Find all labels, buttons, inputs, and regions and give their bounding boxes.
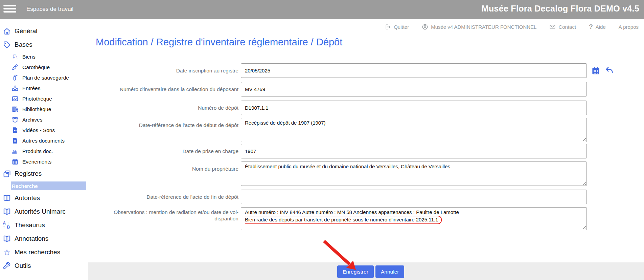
field-label-date-reference-fin-depot: Date-référence de l'acte de fin de dépôt (88, 190, 238, 200)
sidebar-item-produits-doc[interactable]: Produits doc. (0, 146, 87, 156)
produits-icon (12, 148, 19, 155)
thesaurus-icon: A↓↑B (3, 221, 11, 230)
field-label-nom-proprietaire: Nom du propriétaire (88, 161, 238, 172)
textarea-line: Bien radié des dépôts par transfert de p… (245, 216, 583, 224)
sidebar-item-thesaurus[interactable]: A↓↑BThesaurus (0, 218, 87, 232)
textarea-line: Autre numéro : INV 8446 Autre numéro : M… (245, 209, 583, 216)
textarea-line: Récépissé de dépôt de 1907 (1907) (245, 120, 583, 126)
sidebar-item-archives[interactable]: Archives (0, 114, 87, 125)
sidebar-item-outils[interactable]: Outils (0, 259, 87, 273)
field-date-reference-debut-depot[interactable]: Récépissé de dépôt de 1907 (1907) (241, 118, 587, 142)
contact-link[interactable]: Contact (549, 24, 576, 30)
field-label-date-inscription-registre: Date inscription au registre (88, 63, 238, 74)
field-observations[interactable]: Autre numéro : INV 8446 Autre numéro : M… (241, 207, 587, 230)
workspace-label: Espaces de travail (26, 6, 73, 13)
sidebar-item-label: Recherche (12, 183, 38, 189)
sidebar-item-label: Autorités Unimarc (15, 208, 66, 215)
sidebar-item-plan-de-sauvegarde[interactable]: Plan de sauvegarde (0, 72, 87, 83)
tag-icon (3, 41, 11, 49)
quit-link[interactable]: Quitter (385, 24, 409, 30)
sidebar-item-autorites[interactable]: Autorités (0, 191, 87, 205)
extinguisher-icon (12, 74, 19, 81)
carrot-icon (12, 64, 19, 71)
hamburger-menu-icon[interactable] (3, 4, 16, 15)
undo-icon[interactable] (605, 66, 614, 75)
sidebar-item-label: Photothèque (22, 96, 52, 102)
field-date-inscription-registre[interactable] (241, 63, 587, 78)
registres-icon (3, 170, 11, 178)
sidebar-item-label: Autorités (15, 194, 40, 202)
sidebar-item-videos-sons[interactable]: Vidéos - Sons (0, 125, 87, 135)
field-date-prise-en-charge[interactable] (241, 144, 587, 158)
sidebar-item-general[interactable]: Général (0, 24, 87, 38)
wrench-icon (3, 262, 11, 270)
sidebar-item-label: Autres documents (22, 138, 65, 144)
field-label-numero-depot: Numéro de dépôt (88, 101, 238, 111)
current-user[interactable]: Musée v4 ADMINISTRATEUR FONCTIONNEL (422, 24, 536, 30)
user-icon (422, 24, 428, 30)
top-bar: Espaces de travail Musée Flora Decalog F… (0, 0, 644, 19)
sidebar-item-phototheque[interactable]: Photothèque (0, 93, 87, 104)
sidebar-item-bibliotheque[interactable]: Bibliothèque (0, 104, 87, 114)
field-numero-inventaire-deposant[interactable] (241, 82, 587, 96)
contact-label: Contact (558, 24, 576, 30)
sidebar-item-autres-documents[interactable]: Autres documents (0, 135, 87, 146)
page-title: Modification / Registre d'inventaire rég… (96, 37, 342, 48)
field-label-observations: Observations : mention de radiation et/o… (106, 207, 238, 222)
resize-grip-icon[interactable] (582, 225, 586, 229)
mail-icon (549, 24, 556, 30)
field-nom-proprietaire[interactable]: Établissement public du musée et du doma… (241, 161, 587, 186)
about-link[interactable]: A propos (619, 24, 639, 30)
home-icon (3, 27, 11, 36)
resize-grip-icon[interactable] (582, 181, 586, 185)
photo-icon (12, 95, 19, 102)
field-label-date-reference-debut-depot: Date-référence de l'acte de début de dép… (88, 118, 238, 128)
sidebar-item-recherche[interactable]: Recherche (11, 181, 86, 190)
sidebar-item-label: Outils (15, 262, 31, 270)
book-icon (3, 194, 11, 202)
star-icon: ☆ (3, 248, 11, 257)
sidebar-item-bases[interactable]: Bases (0, 38, 87, 51)
sidebar-item-autorites-unimarc[interactable]: Autorités Unimarc (0, 205, 87, 218)
sidebar-item-label: Général (15, 27, 38, 35)
calendar-icon (12, 158, 19, 165)
sidebar-item-label: Annotations (15, 235, 48, 242)
field-label-date-prise-en-charge: Date de prise en charge (88, 144, 238, 154)
sidebar-item-label: Bibliothèque (22, 106, 51, 112)
sidebar-item-label: Thesaurus (15, 221, 45, 229)
about-label: A propos (619, 24, 639, 30)
sidebar-item-carotheque[interactable]: Carothèque (0, 62, 87, 72)
sidebar-item-label: Mes recherches (15, 249, 60, 256)
sidebar-item-label: Evènements (22, 159, 51, 165)
sidebar-item-mes-recherches[interactable]: ☆Mes recherches (0, 245, 87, 259)
sidebar-item-annotations[interactable]: Annotations (0, 232, 87, 245)
sidebar-item-label: Bases (15, 41, 32, 48)
field-numero-depot[interactable] (241, 101, 587, 115)
knight-icon: ♘ (12, 53, 19, 60)
sidebar-item-biens[interactable]: ♘Biens (0, 51, 87, 62)
sidebar-item-label: Biens (22, 54, 36, 60)
cancel-button[interactable]: Annuler (375, 265, 404, 278)
sidebar-item-label: Vidéos - Sons (22, 127, 55, 133)
field-label-numero-inventaire-deposant: Numéro d'inventaire dans la collection d… (88, 82, 238, 92)
book-icon (3, 235, 11, 243)
footer-bar: Enregistrer Annuler (88, 262, 644, 280)
field-action-icons (591, 66, 614, 75)
textarea-line: Établissement public du musée et du doma… (245, 163, 583, 170)
help-icon: ? (589, 23, 593, 30)
sidebar-item-entrees[interactable]: Entrées (0, 83, 87, 93)
sidebar-item-evenements[interactable]: Evènements (0, 156, 87, 167)
save-button[interactable]: Enregistrer (337, 265, 374, 278)
field-date-reference-fin-depot[interactable] (241, 190, 587, 204)
annotation-highlight-box: Bien radié des dépôts par transfert de p… (245, 216, 442, 224)
exit-icon (385, 24, 391, 30)
sidebar-item-registres[interactable]: Registres (0, 167, 87, 180)
help-label: Aide (596, 24, 606, 30)
sidebar-item-label: Plan de sauvegarde (22, 75, 69, 81)
help-link[interactable]: ? Aide (589, 23, 606, 30)
sidebar-item-label: Entrées (22, 85, 40, 91)
inbox-down-icon (12, 85, 19, 92)
resize-grip-icon[interactable] (582, 137, 586, 141)
calendar-icon[interactable] (591, 66, 600, 75)
doc-icon (12, 137, 19, 144)
